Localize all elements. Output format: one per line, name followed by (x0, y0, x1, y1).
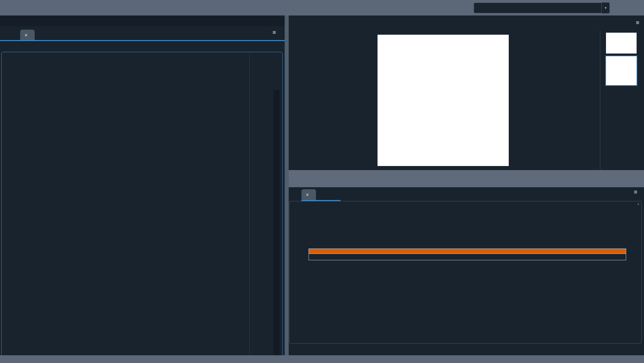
3d-scatter-plot (378, 35, 509, 166)
next-plot-icon[interactable] (618, 18, 629, 28)
column-guide (249, 52, 250, 363)
console-options-menu-icon[interactable]: ≡ (634, 191, 637, 194)
interrupt-kernel-icon[interactable] (617, 190, 624, 197)
close-tab-icon[interactable]: ✕ (24, 33, 28, 38)
status-bar (0, 355, 644, 363)
main-toolbar: ▼ (0, 0, 644, 15)
editor-file-path (0, 15, 285, 26)
important-header (309, 249, 626, 254)
working-directory-input[interactable] (474, 3, 602, 13)
editor-tab-underline (0, 40, 285, 41)
plots-options-menu-icon[interactable]: ≡ (636, 21, 639, 25)
plots-toolbar (289, 15, 644, 30)
editor-scrollbar[interactable] (274, 90, 280, 363)
editor-pane: ✕ ≡ (0, 15, 285, 355)
plot-thumbnail-line[interactable] (606, 33, 637, 54)
console-prompt[interactable] (289, 288, 291, 294)
console-lines (289, 201, 641, 202)
plots-nav: ≡ (601, 18, 639, 28)
console-tab[interactable]: ✕ (301, 189, 316, 200)
new-console-icon[interactable] (292, 191, 299, 197)
browse-directory-icon[interactable] (614, 4, 622, 12)
pane-splitter[interactable] (285, 15, 289, 355)
plot-thumbnail-3d-selected[interactable] (605, 56, 637, 86)
important-message-box (309, 249, 626, 260)
file-switcher-icon[interactable] (4, 30, 11, 36)
thumbnail-divider (600, 30, 600, 170)
plot-figure (378, 35, 509, 166)
code-editor[interactable] (1, 52, 283, 363)
inspect-console-icon[interactable] (600, 190, 606, 197)
close-console-icon[interactable]: ✕ (306, 192, 309, 197)
editor-tab[interactable]: ✕ (20, 30, 35, 40)
editor-options-menu-icon[interactable]: ≡ (273, 31, 276, 34)
parent-directory-icon[interactable] (631, 4, 639, 12)
console-scrollbar[interactable]: ▲ (636, 202, 640, 342)
pane-tabstrip (289, 170, 644, 187)
important-body (309, 254, 626, 260)
previous-plot-icon[interactable] (601, 18, 611, 28)
console-pane-switcher (289, 344, 644, 355)
console-pane: ✕ ≡ ▲ (289, 187, 644, 344)
working-directory-dropdown[interactable]: ▼ (602, 2, 610, 13)
spyder-ide-window: ▼ ✕ ≡ ≡ (0, 0, 644, 363)
console-output[interactable]: ▲ (289, 201, 642, 343)
